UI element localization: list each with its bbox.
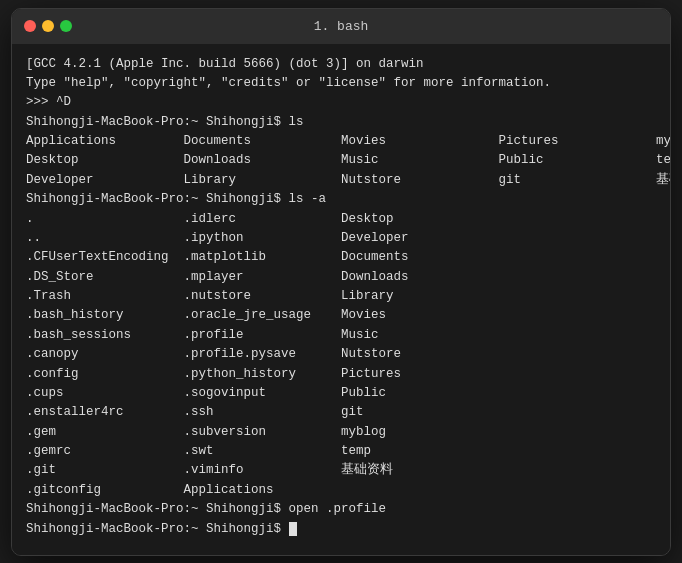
terminal-line-3: Shihongji-MacBook-Pro:~ Shihongji$ ls [26, 113, 656, 132]
terminal-line-12: .Trash .nutstore Library [26, 287, 656, 306]
window-title: 1. bash [314, 19, 369, 34]
terminal-line-7: Shihongji-MacBook-Pro:~ Shihongji$ ls -a [26, 190, 656, 209]
terminal-line-11: .DS_Store .mplayer Downloads [26, 268, 656, 287]
titlebar: 1. bash [12, 9, 670, 45]
terminal-line-13: .bash_history .oracle_jre_usage Movies [26, 306, 656, 325]
terminal-line-0: [GCC 4.2.1 (Apple Inc. build 5666) (dot … [26, 55, 656, 74]
terminal-line-14: .bash_sessions .profile Music [26, 326, 656, 345]
terminal-line-2: >>> ^D [26, 93, 656, 112]
terminal-line-5: Desktop Downloads Music Public temp [26, 151, 656, 170]
terminal-line-20: .gemrc .swt temp [26, 442, 656, 461]
terminal-line-15: .canopy .profile.pysave Nutstore [26, 345, 656, 364]
terminal-window: 1. bash [GCC 4.2.1 (Apple Inc. build 566… [11, 8, 671, 556]
minimize-button[interactable] [42, 20, 54, 32]
terminal-line-6: Developer Library Nutstore git 基础资料 [26, 171, 656, 190]
terminal-line-19: .gem .subversion myblog [26, 423, 656, 442]
terminal-line-10: .CFUserTextEncoding .matplotlib Document… [26, 248, 656, 267]
close-button[interactable] [24, 20, 36, 32]
terminal-line-17: .cups .sogovinput Public [26, 384, 656, 403]
terminal-line-8: . .idlerc Desktop [26, 210, 656, 229]
terminal-line-24: Shihongji-MacBook-Pro:~ Shihongji$ [26, 520, 656, 539]
terminal-line-16: .config .python_history Pictures [26, 365, 656, 384]
terminal-line-23: Shihongji-MacBook-Pro:~ Shihongji$ open … [26, 500, 656, 519]
terminal-line-18: .enstaller4rc .ssh git [26, 403, 656, 422]
terminal-line-4: Applications Documents Movies Pictures m… [26, 132, 656, 151]
terminal-body[interactable]: [GCC 4.2.1 (Apple Inc. build 5666) (dot … [12, 45, 670, 555]
terminal-line-9: .. .ipython Developer [26, 229, 656, 248]
terminal-line-22: .gitconfig Applications [26, 481, 656, 500]
traffic-lights [24, 20, 72, 32]
maximize-button[interactable] [60, 20, 72, 32]
terminal-line-21: .git .viminfo 基础资料 [26, 461, 656, 480]
cursor [289, 522, 297, 536]
terminal-line-1: Type "help", "copyright", "credits" or "… [26, 74, 656, 93]
